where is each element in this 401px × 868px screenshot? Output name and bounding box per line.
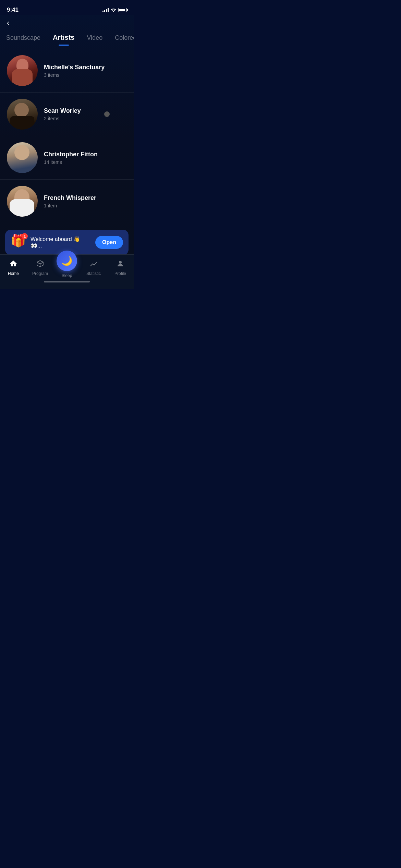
sean-avatar-image [7,99,38,130]
french-avatar-image [7,186,38,217]
artist-info: Sean Worley 2 items [44,107,127,121]
michelle-avatar-image [7,55,38,86]
artists-list: Michelle's Sanctuary 3 items Sean Worley… [0,46,134,226]
home-icon [9,260,17,270]
artist-count: 1 item [44,203,127,208]
status-bar: 9:41 [0,0,134,15]
tab-navigation: Soundscape Artists Video Colored [0,29,134,46]
status-icons [102,7,127,13]
tab-artists[interactable]: Artists [47,31,81,46]
artist-info: French Whisperer 1 item [44,194,127,208]
tab-video[interactable]: Video [81,32,109,46]
artist-item[interactable]: Michelle's Sanctuary 3 items [0,49,134,93]
nav-item-sleep[interactable]: 🌙 Sleep [53,257,80,278]
artist-count: 2 items [44,116,127,121]
nav-item-statistic[interactable]: Statistic [80,260,107,276]
statistic-icon [89,260,98,270]
avatar [7,186,38,217]
nav-item-program[interactable]: Program [27,260,53,276]
wifi-icon [111,7,116,13]
profile-icon [116,260,124,270]
artist-name: Michelle's Sanctuary [44,64,127,71]
sleep-label: Sleep [62,273,72,278]
avatar [7,55,38,86]
avatar [7,142,38,173]
program-icon [36,260,44,270]
nav-item-home[interactable]: Home [0,260,27,276]
christopher-avatar-image [7,142,38,173]
avatar [7,99,38,130]
sleep-icon: 🌙 [61,256,72,266]
home-indicator [44,281,90,282]
home-label: Home [8,271,19,276]
main-content: ‹ Soundscape Artists Video Colored Miche… [0,15,134,261]
artist-dot-indicator [104,111,110,117]
back-chevron-icon: ‹ [7,19,9,27]
notification-badge: 1 [22,233,28,239]
home-icon-svg [9,260,17,268]
nav-item-profile[interactable]: Profile [107,260,134,276]
program-label: Program [32,271,48,276]
notification-text: Welcome aboard 👋👀... [31,236,91,249]
artist-item[interactable]: Christopher Fitton 14 items [0,136,134,180]
statistic-label: Statistic [86,271,101,276]
profile-label: Profile [114,271,126,276]
artist-info: Michelle's Sanctuary 3 items [44,64,127,78]
notification-open-button[interactable]: Open [95,236,123,249]
sleep-button[interactable]: 🌙 [57,251,77,271]
battery-icon [118,8,127,12]
notification-icon-wrap: 🎁 1 [11,234,26,250]
profile-icon-svg [116,260,124,268]
artist-info: Christopher Fitton 14 items [44,151,127,165]
status-time: 9:41 [7,7,19,13]
artist-name: French Whisperer [44,194,127,202]
artist-item[interactable]: French Whisperer 1 item [0,180,134,223]
back-button[interactable]: ‹ [0,15,134,29]
bottom-navigation: Home Program 🌙 Sleep Stat [0,254,134,289]
signal-icon [102,8,109,12]
program-icon-svg [36,260,44,268]
artist-count: 14 items [44,159,127,165]
nav-items: Home Program 🌙 Sleep Stat [0,255,134,278]
tab-soundscape[interactable]: Soundscape [0,32,47,46]
artist-item[interactable]: Sean Worley 2 items [0,93,134,136]
svg-point-0 [119,261,122,264]
tab-colored[interactable]: Colored [109,32,134,46]
artist-name: Sean Worley [44,107,127,114]
artist-count: 3 items [44,72,127,78]
artist-name: Christopher Fitton [44,151,127,158]
statistic-icon-svg [89,260,98,268]
